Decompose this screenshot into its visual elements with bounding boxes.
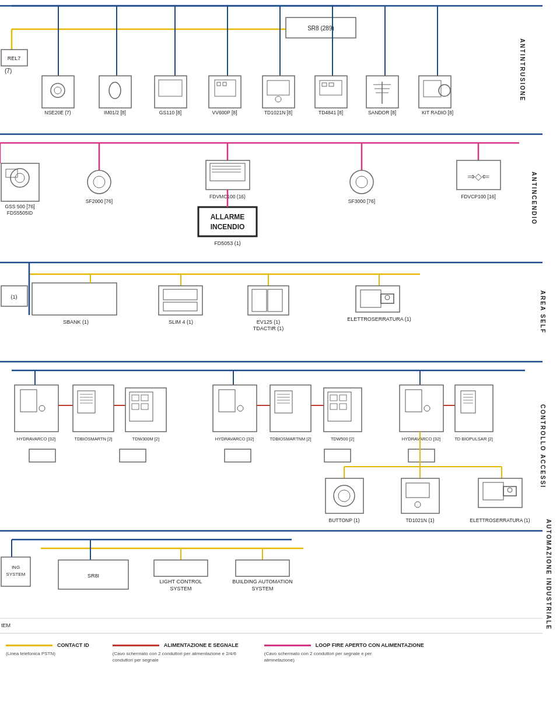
- svg-point-86: [350, 170, 373, 194]
- svg-text:NSE20E (7): NSE20E (7): [44, 110, 71, 116]
- svg-text:INCENDIO: INCENDIO: [211, 223, 245, 231]
- legend-contact-id: CONTACT ID (Linea telefonica PSTN): [6, 642, 89, 722]
- svg-text:ALLARME: ALLARME: [211, 213, 245, 221]
- svg-rect-74: [206, 160, 250, 190]
- svg-text:SR8I: SR8I: [88, 573, 99, 579]
- svg-text:FD5053 (1): FD5053 (1): [214, 240, 241, 246]
- svg-text:SYSTEM: SYSTEM: [170, 586, 191, 592]
- svg-text:ANTINTRUSIONE: ANTINTRUSIONE: [519, 38, 526, 102]
- legend-desc-alimentazione: (Cavo schermato con 2 conduttori per ali…: [113, 650, 241, 663]
- svg-text:CONTROLLO ACCESSI: CONTROLLO ACCESSI: [540, 404, 546, 488]
- svg-text:KIT RADIO [8]: KIT RADIO [8]: [422, 110, 453, 116]
- legend-title-contact-id: CONTACT ID: [57, 642, 89, 648]
- svg-text:HYDRAVARCO [32]: HYDRAVARCO [32]: [215, 436, 254, 442]
- svg-rect-80: [198, 207, 257, 236]
- svg-rect-123: [73, 385, 114, 432]
- legend: CONTACT ID (Linea telefonica PSTN) ALIME…: [0, 633, 542, 728]
- svg-rect-177: [408, 449, 435, 462]
- svg-text:EV125 (1): EV125 (1): [257, 319, 281, 325]
- svg-text:ANTINCENDIO: ANTINCENDIO: [531, 172, 537, 225]
- svg-text:TD1021N [8]: TD1021N [8]: [264, 110, 292, 116]
- svg-point-70: [88, 170, 111, 194]
- svg-text:ING: ING: [12, 565, 20, 570]
- svg-rect-30: [99, 76, 131, 108]
- legend-line-pink: [264, 645, 311, 646]
- svg-rect-155: [324, 388, 362, 432]
- svg-text:⇒◇⇐: ⇒◇⇐: [467, 172, 489, 181]
- svg-text:REL7: REL7: [8, 55, 21, 61]
- svg-text:IM01/2 [8]: IM01/2 [8]: [104, 110, 126, 116]
- svg-text:TDW500 [2]: TDW500 [2]: [331, 436, 354, 442]
- svg-rect-36: [209, 76, 241, 108]
- svg-text:FDS5505ID: FDS5505ID: [7, 210, 33, 216]
- legend-line-red: [113, 645, 159, 646]
- svg-rect-162: [225, 449, 251, 462]
- svg-text:TDW300M [2]: TDW300M [2]: [132, 436, 159, 442]
- svg-text:GSS 500 [76]: GSS 500 [76]: [5, 204, 34, 209]
- svg-text:TD1021N (1): TD1021N (1): [405, 517, 434, 523]
- svg-rect-181: [326, 478, 363, 513]
- svg-text:GS110 [8]: GS110 [8]: [159, 110, 181, 116]
- legend-title-alimentazione: ALIMENTAZIONE E SEGNALE: [164, 642, 239, 648]
- legend-desc-contact-id: (Linea telefonica PSTN): [6, 650, 89, 657]
- svg-text:TDACTIR (1): TDACTIR (1): [253, 326, 284, 331]
- legend-loop-fire: LOOP FIRE APERTO CON ALIMENTAZIONE (Cavo…: [264, 642, 424, 722]
- svg-text:tEM: tEM: [1, 622, 10, 628]
- legend-desc-loop-fire: (Cavo schermato con 2 conduttori per seg…: [264, 650, 393, 663]
- svg-text:HYDRAVARCO [32]: HYDRAVARCO [32]: [17, 436, 55, 442]
- svg-rect-97: [32, 283, 117, 315]
- svg-text:SF3000 [76]: SF3000 [76]: [348, 198, 375, 204]
- svg-text:VV600P [8]: VV600P [8]: [212, 110, 237, 116]
- svg-rect-132: [125, 388, 166, 432]
- svg-rect-186: [401, 478, 439, 513]
- svg-rect-211: [236, 560, 289, 576]
- svg-rect-140: [120, 449, 146, 462]
- svg-text:ELETTROSERRATURA (1): ELETTROSERRATURA (1): [347, 316, 411, 322]
- svg-rect-147: [270, 385, 311, 432]
- svg-rect-26: [42, 76, 74, 108]
- svg-text:SANDOR [8]: SANDOR [8]: [368, 110, 396, 116]
- legend-alimentazione: ALIMENTAZIONE E SEGNALE (Cavo schermato …: [113, 642, 241, 722]
- svg-text:AREA SELF: AREA SELF: [540, 290, 546, 334]
- legend-line-yellow: [6, 645, 52, 646]
- svg-text:AUTOMAZIONE INDUSTRIALE: AUTOMAZIONE INDUSTRIALE: [545, 519, 552, 630]
- svg-text:(7): (7): [5, 68, 12, 74]
- svg-text:SBANK (1): SBANK (1): [63, 319, 89, 325]
- svg-text:SR8 (289): SR8 (289): [307, 25, 334, 32]
- svg-text:ELETTROSERRATURA (1): ELETTROSERRATURA (1): [470, 517, 530, 523]
- svg-text:SYSTEM: SYSTEM: [6, 572, 26, 577]
- svg-rect-207: [154, 560, 208, 576]
- svg-text:LIGHT CONTROL: LIGHT CONTROL: [160, 579, 202, 584]
- svg-text:TDBIOSMARTN [2]: TDBIOSMARTN [2]: [75, 436, 113, 442]
- svg-text:SF2000 [76]: SF2000 [76]: [86, 198, 113, 204]
- legend-title-loop-fire: LOOP FIRE APERTO CON ALIMENTAZIONE: [316, 642, 424, 648]
- svg-text:TD BIOPULSAR [2]: TD BIOPULSAR [2]: [454, 436, 492, 442]
- svg-rect-163: [324, 449, 351, 462]
- svg-text:BUILDING AUTOMATION: BUILDING AUTOMATION: [232, 579, 293, 584]
- svg-text:TD4841 [8]: TD4841 [8]: [318, 110, 343, 116]
- svg-text:FDVCP100 [16]: FDVCP100 [16]: [461, 194, 496, 200]
- svg-text:(1): (1): [11, 294, 18, 300]
- svg-text:BUTTONP (1): BUTTONP (1): [328, 517, 359, 523]
- svg-text:HYDRAVARCO [32]: HYDRAVARCO [32]: [402, 436, 440, 442]
- svg-rect-139: [29, 449, 55, 462]
- svg-text:TDBIOSMARTNM [2]: TDBIOSMARTNM [2]: [270, 436, 311, 442]
- svg-text:SLIM 4 (1): SLIM 4 (1): [169, 319, 193, 325]
- svg-text:SYSTEM: SYSTEM: [251, 586, 273, 592]
